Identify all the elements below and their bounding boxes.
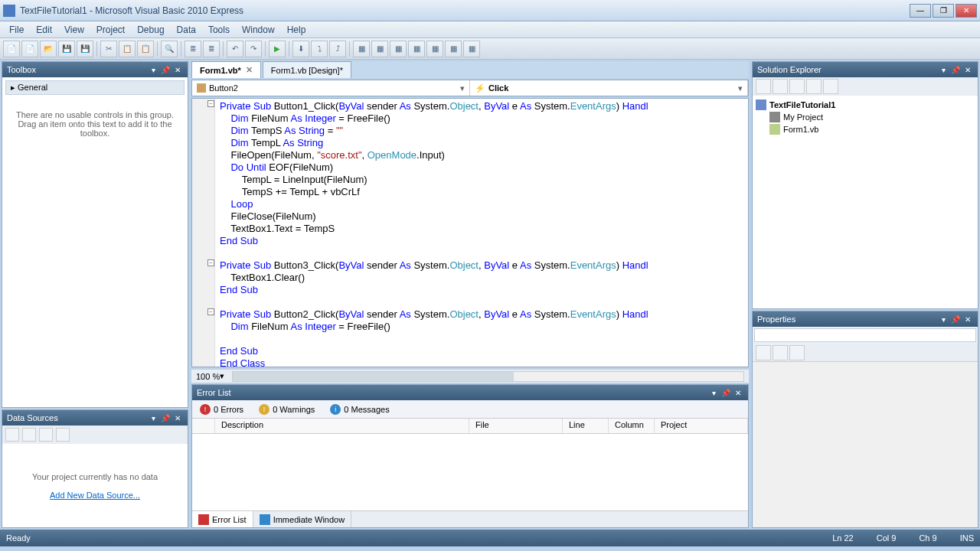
solexp-dropdown-icon[interactable]: ▾ bbox=[938, 64, 949, 75]
ds-button-3[interactable] bbox=[39, 428, 53, 442]
solexp-pin-icon[interactable]: 📌 bbox=[950, 64, 961, 75]
solexp-close-icon[interactable]: ✕ bbox=[962, 64, 973, 75]
start-button[interactable]: ▶ bbox=[269, 41, 286, 57]
tab-error-list[interactable]: Error List bbox=[192, 511, 253, 527]
ds-button-1[interactable] bbox=[5, 428, 19, 442]
save-button[interactable]: 💾 bbox=[58, 41, 75, 57]
warnings-filter[interactable]: !0 Warnings bbox=[254, 403, 319, 416]
fold-icon[interactable]: − bbox=[207, 308, 214, 315]
toolbox-title: Toolbox bbox=[7, 65, 146, 74]
col-project[interactable]: Project bbox=[655, 419, 748, 433]
copy-button[interactable]: 📋 bbox=[119, 41, 136, 57]
undo-button[interactable]: ↶ bbox=[227, 41, 243, 57]
maximize-button[interactable]: ❐ bbox=[933, 4, 954, 18]
tab-immediate-window[interactable]: Immediate Window bbox=[253, 511, 352, 527]
add-item-button[interactable]: 📄 bbox=[21, 41, 38, 57]
menu-debug[interactable]: Debug bbox=[131, 23, 170, 37]
my-project-node[interactable]: My Project bbox=[756, 111, 975, 123]
tool-button-6[interactable]: ▦ bbox=[445, 41, 462, 57]
project-node[interactable]: TextFileTutorial1 bbox=[756, 99, 975, 111]
new-project-button[interactable]: 📄 bbox=[3, 41, 20, 57]
status-bar: Ready Ln 22 Col 9 Ch 9 INS bbox=[0, 530, 980, 546]
tab-form1-design[interactable]: Form1.vb [Design]* bbox=[263, 61, 351, 78]
code-editor[interactable]: − − − Private Sub Button1_Click(ByVal se… bbox=[191, 98, 749, 367]
save-all-button[interactable]: 💾 bbox=[77, 41, 93, 57]
menu-tools[interactable]: Tools bbox=[202, 23, 236, 37]
error-list-dropdown-icon[interactable]: ▾ bbox=[708, 387, 719, 398]
se-properties-button[interactable] bbox=[756, 79, 771, 94]
prop-categorized-button[interactable] bbox=[756, 345, 771, 360]
data-sources-title: Data Sources bbox=[7, 413, 146, 422]
data-sources-dropdown-icon[interactable]: ▾ bbox=[148, 412, 158, 423]
error-list-close-icon[interactable]: ✕ bbox=[733, 387, 743, 398]
solution-explorer-panel: Solution Explorer ▾ 📌 ✕ TextFileTutorial… bbox=[752, 61, 978, 309]
menu-help[interactable]: Help bbox=[281, 23, 312, 37]
col-index[interactable] bbox=[192, 419, 215, 433]
ds-button-2[interactable] bbox=[22, 428, 36, 442]
tool-button-2[interactable]: ▦ bbox=[371, 41, 388, 57]
paste-button[interactable]: 📋 bbox=[137, 41, 154, 57]
tab-form1-vb[interactable]: Form1.vb* ✕ bbox=[191, 61, 261, 78]
minimize-button[interactable]: — bbox=[910, 4, 931, 18]
menu-bar: File Edit View Project Debug Data Tools … bbox=[0, 21, 980, 38]
toolbox-panel: Toolbox ▾ 📌 ✕ ▸ General There are no usa… bbox=[2, 61, 188, 408]
menu-view[interactable]: View bbox=[58, 23, 90, 37]
tool-button-5[interactable]: ▦ bbox=[426, 41, 443, 57]
col-line[interactable]: Line bbox=[563, 419, 609, 433]
tool-button-4[interactable]: ▦ bbox=[408, 41, 425, 57]
data-sources-pin-icon[interactable]: 📌 bbox=[160, 412, 171, 423]
col-description[interactable]: Description bbox=[215, 419, 469, 433]
step-over-button[interactable]: ⤵ bbox=[311, 41, 328, 57]
tool-button-1[interactable]: ▦ bbox=[353, 41, 370, 57]
comment-button[interactable]: ≣ bbox=[185, 41, 201, 57]
se-view-designer-button[interactable] bbox=[823, 79, 838, 94]
fold-icon[interactable]: − bbox=[207, 100, 214, 107]
properties-pin-icon[interactable]: 📌 bbox=[950, 314, 961, 324]
prop-pages-button[interactable] bbox=[789, 345, 805, 360]
col-column[interactable]: Column bbox=[609, 419, 655, 433]
toolbox-pin-icon[interactable]: 📌 bbox=[160, 64, 171, 75]
properties-close-icon[interactable]: ✕ bbox=[962, 314, 973, 324]
messages-filter[interactable]: i0 Messages bbox=[325, 403, 394, 416]
redo-button[interactable]: ↷ bbox=[245, 41, 262, 57]
uncomment-button[interactable]: ≣ bbox=[203, 41, 220, 57]
close-button[interactable]: ✕ bbox=[956, 4, 977, 18]
data-sources-close-icon[interactable]: ✕ bbox=[172, 412, 183, 423]
error-list-pin-icon[interactable]: 📌 bbox=[720, 387, 731, 398]
form1-vb-node[interactable]: Form1.vb bbox=[756, 123, 975, 135]
menu-window[interactable]: Window bbox=[236, 23, 281, 37]
properties-dropdown-icon[interactable]: ▾ bbox=[938, 314, 949, 324]
step-into-button[interactable]: ⬇ bbox=[292, 41, 309, 57]
status-ins: INS bbox=[960, 533, 974, 543]
errors-filter[interactable]: !0 Errors bbox=[195, 403, 248, 416]
se-show-all-button[interactable] bbox=[773, 79, 788, 94]
find-button[interactable]: 🔍 bbox=[161, 41, 178, 57]
step-out-button[interactable]: ⤴ bbox=[329, 41, 346, 57]
tool-button-7[interactable]: ▦ bbox=[463, 41, 480, 57]
toolbox-empty-message: There are no usable controls in this gro… bbox=[5, 95, 185, 153]
menu-project[interactable]: Project bbox=[90, 23, 131, 37]
horizontal-scrollbar[interactable] bbox=[232, 371, 744, 382]
col-file[interactable]: File bbox=[469, 419, 563, 433]
se-view-code-button[interactable] bbox=[806, 79, 822, 94]
add-data-source-link[interactable]: Add New Data Source... bbox=[50, 491, 140, 500]
method-dropdown[interactable]: ⚡Click bbox=[470, 80, 748, 96]
tool-button-3[interactable]: ▦ bbox=[390, 41, 407, 57]
menu-file[interactable]: File bbox=[3, 23, 30, 37]
menu-data[interactable]: Data bbox=[171, 23, 202, 37]
toolbox-dropdown-icon[interactable]: ▾ bbox=[148, 64, 158, 75]
tab-close-icon[interactable]: ✕ bbox=[246, 65, 253, 75]
properties-object-dropdown[interactable] bbox=[754, 328, 976, 342]
fold-icon[interactable]: − bbox=[207, 259, 214, 266]
cut-button[interactable]: ✂ bbox=[100, 41, 117, 57]
menu-edit[interactable]: Edit bbox=[30, 23, 58, 37]
lightning-icon: ⚡ bbox=[475, 83, 485, 93]
open-button[interactable]: 📂 bbox=[40, 41, 57, 57]
zoom-level[interactable]: 100 % bbox=[196, 372, 220, 381]
class-dropdown[interactable]: Button2 bbox=[192, 80, 470, 96]
ds-button-4[interactable] bbox=[56, 428, 70, 442]
toolbox-close-icon[interactable]: ✕ bbox=[172, 64, 183, 75]
toolbox-group-general[interactable]: ▸ General bbox=[5, 80, 185, 95]
prop-alphabetical-button[interactable] bbox=[773, 345, 788, 360]
se-refresh-button[interactable] bbox=[789, 79, 805, 94]
